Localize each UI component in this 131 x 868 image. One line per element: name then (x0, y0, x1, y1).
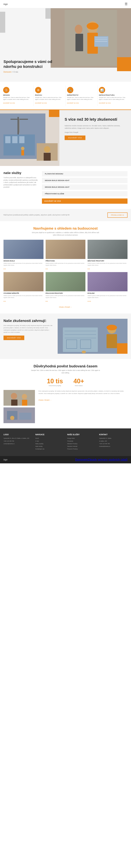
service-btn-1[interactable]: DESIGN BUILD DESIGN-ADAT (42, 178, 128, 183)
services-more-btn[interactable]: DOZVĚDĚT SE VÍCE (42, 198, 128, 204)
exp-small-image (37, 143, 58, 161)
svg-point-37 (22, 394, 27, 399)
exp-title: S více než 30 lety zkušeností (65, 117, 126, 122)
grid-desc-2: Habere plures nobile personas et non pos… (88, 262, 128, 266)
trust-title: Důvěryhodná pověst budovaná časem (3, 364, 128, 368)
feature-title-infrastruktura: INFRASTRUKTURA (99, 94, 128, 96)
grid-item-5: BYDLENÍ Habere plures nobile personas et… (88, 272, 128, 302)
grid-img-3 (3, 272, 43, 291)
hero-text-block: Spolupracujeme s vámi od návrhu po konst… (3, 59, 53, 73)
breadcrumb: Domovem > O nás (3, 71, 53, 73)
svg-rect-5 (75, 34, 83, 51)
footer-nav-link[interactable]: O nás (35, 440, 64, 442)
services-buttons: (function() { const d = JSON.parse(docum… (42, 171, 128, 204)
trust-images (3, 390, 35, 423)
grid-img-5 (88, 272, 128, 291)
service-btn-3[interactable]: PŘEDSTAVENÍ SLUŽEB (42, 191, 128, 196)
footer-address: Výstaviště 21, Brno 21 Statku, st statku… (3, 437, 32, 439)
footer-bottom-link[interactable]: Zásady ochrany osobních údajů (88, 458, 128, 461)
feature-link-infrastruktura[interactable]: DOZVĚDĚT SE VÍCE (99, 102, 111, 104)
feature-icon-design: 🎨 (3, 87, 9, 93)
exp-desc: Nabízíme mnoho inovace services ve. Ale … (65, 124, 126, 130)
svg-rect-22 (44, 153, 51, 161)
footer-nav-link[interactable]: Naše služby (35, 445, 64, 447)
trust-stat-1-num: 10 tis (47, 377, 63, 385)
trust-stat-2-num: 40+ (73, 377, 84, 385)
grid-desc-5: Habere plures nobile personas et non pos… (88, 295, 128, 299)
grid-img-1 (45, 240, 86, 259)
trust-stat-1: 10 tis Dokončené projekty (47, 377, 63, 386)
footer-service-link[interactable]: Stavební Inženýři (67, 445, 96, 447)
grid-title-3: STAVEBNÍ INŽENÝŘI (3, 292, 43, 294)
our-exp-text: Naše zkušenosti zahrnují: Díck realizuje… (3, 319, 53, 354)
feature-desc-inzenyrstvi: Sample text. Click to select the text bo… (67, 97, 96, 100)
feature-item-inzenyrstvi: 🔧 INŽENÝRSTVÍ Sample text. Click to sele… (66, 85, 98, 106)
footer-bottom: logo (function() { const d = JSON.parse(… (0, 456, 131, 463)
trust-section: Důvěryhodná pověst budovaná časem Sample… (0, 359, 131, 428)
svg-point-42 (10, 416, 14, 420)
footer-email[interactable]: contact@stavba.cz (3, 443, 32, 445)
footer-service-link[interactable]: Městské Prostory (67, 443, 96, 445)
grid-link-0[interactable]: ►► (3, 268, 6, 270)
feature-link-design[interactable]: DOZVĚDĚT SE VÍCE (3, 102, 15, 104)
our-exp-btn[interactable]: Dozvědět více (3, 336, 24, 340)
grid-item-1: PŘESTAVBA Habere plures nobile personas … (45, 240, 86, 270)
grid-title-4: PRACOVNÍ PROSTORY (45, 292, 86, 294)
grid-link-4[interactable]: ►► (45, 301, 48, 302)
footer-service-link[interactable]: Přestavba (67, 440, 96, 442)
trust-more-link[interactable]: Chcete v firmách → (38, 399, 52, 401)
hero-section: Spolupracujeme s vámi od návrhu po konst… (0, 8, 131, 82)
grid-item-4: PRACOVNÍ PROSTORY Habere plures nobile p… (45, 272, 86, 302)
exp-orange-accent (49, 110, 59, 117)
breadcrumb-home[interactable]: Domovem (3, 71, 11, 73)
service-btn-2[interactable]: DESIGN BUILD DESIGN-ADAT (42, 184, 128, 190)
grid-link-2[interactable]: ►► (88, 268, 90, 270)
svg-rect-38 (22, 400, 27, 406)
grid-item-3: STAVEBNÍ INŽENÝŘI Habere plures nobile p… (3, 272, 43, 302)
exp-btn[interactable]: Dozvědět více (65, 135, 86, 140)
trust-img-2 (3, 407, 35, 423)
footer-nav-link[interactable]: Domů (35, 437, 64, 439)
svg-point-33 (82, 350, 86, 353)
grid-link-1[interactable]: ►► (45, 268, 48, 270)
grid-link-3[interactable]: ►► (3, 301, 6, 302)
footer-nav-link[interactable]: Naše projekty (35, 443, 64, 445)
footer-col-1: logo Výstaviště 21, Brno 21 Statku, st s… (3, 434, 32, 451)
cta-btn[interactable]: PROMLUVME SI (107, 213, 128, 218)
our-exp-desc: Díck realizujeme projekty, Né každý si p… (3, 324, 53, 334)
hero-accent-gray (0, 12, 5, 33)
grid-desc-3: Habere plures nobile personas et non pos… (3, 295, 43, 299)
feature-link-inzenyrstvi[interactable]: DOZVĚDĚT SE VÍCE (67, 102, 79, 104)
footer-bottom-nav: (function() { const d = JSON.parse(docum… (75, 458, 128, 461)
svg-point-35 (11, 393, 17, 399)
trust-stat-1-label: Dokončené projekty (47, 385, 63, 386)
hero-orange-accent (117, 57, 131, 71)
footer-nav-link[interactable]: Kontaktujte nás (35, 448, 64, 450)
exp-box-orange (117, 343, 128, 354)
hero-title: Spolupracujeme s vámi od návrhu po konst… (3, 59, 53, 69)
service-btn-0[interactable]: PLÁNOVÁNÍ DESIGNU (42, 171, 128, 177)
footer-bottom-link[interactable]: Domovem (75, 458, 88, 461)
feature-item-rozvoj: ⚙ ROZVOJ Sample text. Click to select th… (34, 85, 66, 106)
svg-rect-19 (21, 150, 24, 155)
footer-service-link[interactable]: Design Build (67, 437, 96, 439)
svg-rect-34 (3, 390, 35, 406)
svg-rect-15 (5, 136, 10, 143)
svg-rect-31 (106, 334, 117, 348)
menu-button[interactable]: ☰ (125, 2, 128, 6)
footer-phone[interactable]: +420 123 456 789 (3, 440, 32, 442)
navbar: logo ☰ (0, 0, 131, 8)
grid-item-2: MĚSTSKÉ PROSTORY Habere plures nobile pe… (88, 240, 128, 270)
feature-title-design: DESIGN (3, 94, 32, 96)
svg-rect-16 (12, 136, 18, 143)
footer-service-link[interactable]: Pracovní Prostory (67, 448, 96, 450)
feature-title-inzenyrstvi: INŽENÝRSTVÍ (67, 94, 96, 96)
services-inner: naše služby Tvoříme pracoviště, abychom … (3, 171, 128, 204)
exp-images-block (0, 110, 59, 166)
future-more-link[interactable]: Chcete v firmách → (59, 306, 72, 308)
future-title: Navrhujeme s ohledem na budoucnost (3, 226, 128, 230)
feature-title-rozvoj: ROZVOJ (35, 94, 64, 96)
services-text: naše služby Tvoříme pracoviště, abychom … (3, 171, 38, 204)
feature-link-rozvoj[interactable]: DOZVĚDĚT SE VÍCE (35, 102, 47, 104)
grid-link-5[interactable]: ►►► (88, 301, 91, 302)
